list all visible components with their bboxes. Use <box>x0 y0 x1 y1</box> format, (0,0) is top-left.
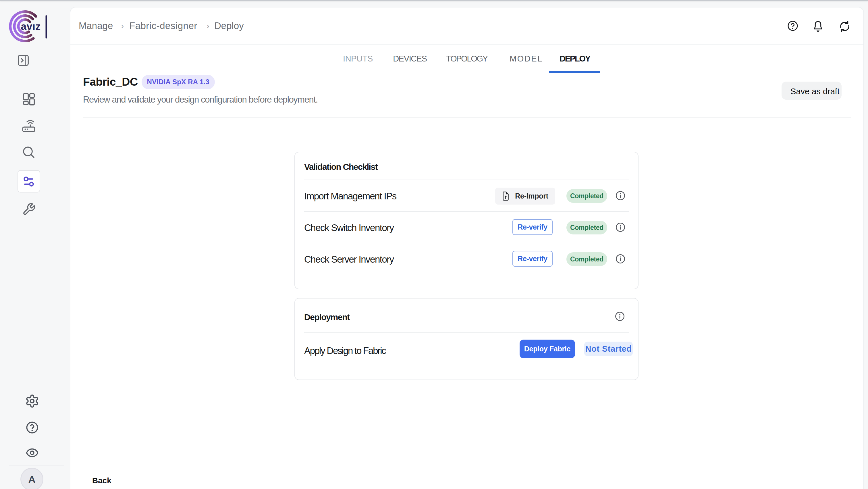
svg-text:avız: avız <box>21 21 41 32</box>
